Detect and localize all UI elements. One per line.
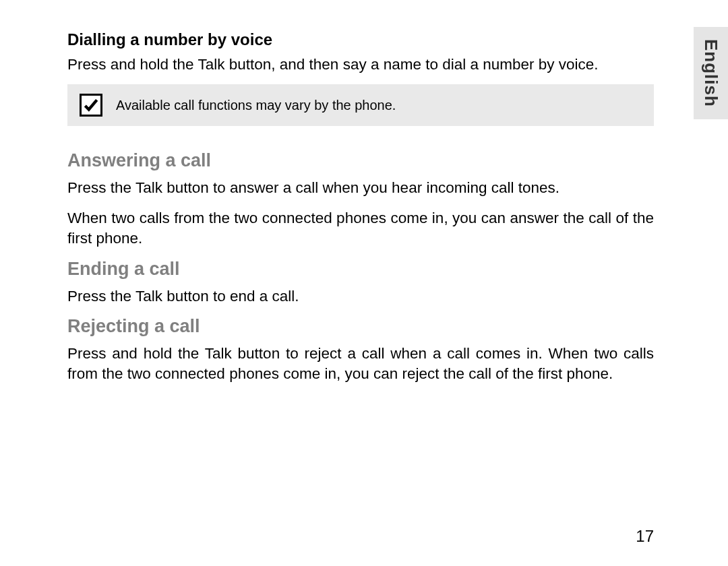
ending-heading: Ending a call <box>67 259 654 280</box>
note-box: Available call functions may vary by the… <box>67 84 654 126</box>
answering-heading: Answering a call <box>67 150 654 171</box>
checkmark-icon <box>80 94 102 117</box>
dialling-heading: Dialling a number by voice <box>67 30 654 49</box>
ending-text: Press the Talk button to end a call. <box>67 286 654 307</box>
page-content: Dialling a number by voice Press and hol… <box>0 0 728 421</box>
answering-text-1: Press the Talk button to answer a call w… <box>67 178 654 198</box>
dialling-text: Press and hold the Talk button, and then… <box>67 55 654 75</box>
answering-text-2: When two calls from the two connected ph… <box>67 208 654 249</box>
rejecting-text: Press and hold the Talk button to reject… <box>67 344 654 385</box>
note-text: Available call functions may vary by the… <box>116 98 396 113</box>
rejecting-heading: Rejecting a call <box>67 316 654 337</box>
page-number: 17 <box>636 527 654 546</box>
content-area: Dialling a number by voice Press and hol… <box>67 30 661 385</box>
